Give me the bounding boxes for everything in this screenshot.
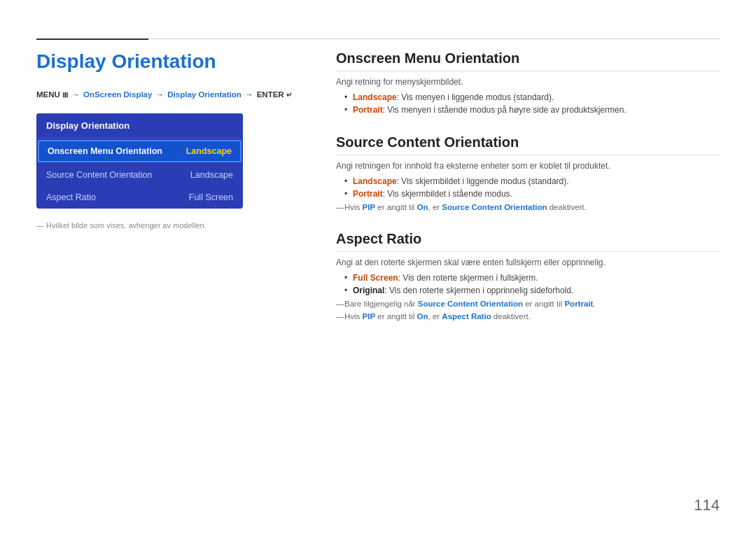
note-on-1: On <box>417 203 428 211</box>
section-desc-onscreen: Angi retning for menyskjermbildet. <box>336 77 720 87</box>
widget-footnote: ― Hvilket bilde som vises, avhenger av m… <box>36 221 302 230</box>
note-ar: Aspect Ratio <box>442 312 491 321</box>
bullet-list-aspect: Full Screen: Vis den roterte skjermen i … <box>336 273 720 295</box>
widget-row-aspect[interactable]: Aspect Ratio Full Screen <box>36 186 243 209</box>
label-portrait-1: Portrait <box>353 105 383 115</box>
section-title-source: Source Content Orientation <box>336 134 720 155</box>
note-on-2: On <box>417 312 428 321</box>
section-desc-aspect: Angi at den roterte skjermen skal være e… <box>336 258 720 267</box>
text-landscape-2: : Vis skjermbildet i liggende modus (sta… <box>397 176 569 186</box>
section-title-onscreen: Onscreen Menu Orientation <box>336 50 720 71</box>
section-title-aspect: Aspect Ratio <box>336 231 720 252</box>
display-orientation-widget: Display Orientation Onscreen Menu Orient… <box>36 113 243 209</box>
note-source-pip: Hvis PIP er angitt til On, er Source Con… <box>336 203 720 211</box>
page-number: 114 <box>694 496 720 514</box>
text-portrait-2: : Vis skjermbildet i stående modus. <box>383 189 512 199</box>
section-desc-source: Angi retningen for innhold fra eksterne … <box>336 161 720 171</box>
text-fullscreen: : Vis den roterte skjermen i fullskjerm. <box>398 273 538 283</box>
left-column: Display Orientation MENU ⊞ → OnScreen Di… <box>36 50 302 230</box>
bullet-onscreen-portrait: Portrait: Vis menyen i stående modus på … <box>344 105 720 115</box>
breadcrumb-link-1: OnScreen Display <box>83 90 152 99</box>
section-source-content: Source Content Orientation Angi retninge… <box>336 134 720 211</box>
label-landscape-1: Landscape <box>353 92 397 102</box>
bullet-onscreen-landscape: Landscape: Vis menyen i liggende modus (… <box>344 92 720 102</box>
bullet-list-onscreen: Landscape: Vis menyen i liggende modus (… <box>336 92 720 115</box>
section-onscreen-menu: Onscreen Menu Orientation Angi retning f… <box>336 50 720 115</box>
arrow-1: → <box>71 90 82 99</box>
right-column: Onscreen Menu Orientation Angi retning f… <box>336 50 720 340</box>
page-title: Display Orientation <box>36 50 302 73</box>
note-pip-2: PIP <box>363 312 376 321</box>
label-portrait-2: Portrait <box>353 189 383 199</box>
note-portrait: Portrait <box>564 300 593 308</box>
arrow-3: → <box>245 90 255 99</box>
menu-label: MENU ⊞ <box>36 90 68 99</box>
row-value-onscreen: Landscape <box>186 146 232 156</box>
widget-row-onscreen[interactable]: Onscreen Menu Orientation Landscape <box>38 140 241 162</box>
row-label-onscreen: Onscreen Menu Orientation <box>48 146 162 156</box>
widget-row-source[interactable]: Source Content Orientation Landscape <box>36 164 243 186</box>
label-original: Original <box>353 286 384 295</box>
bullet-source-landscape: Landscape: Vis skjermbildet i liggende m… <box>344 176 720 186</box>
bullet-list-source: Landscape: Vis skjermbildet i liggende m… <box>336 176 720 199</box>
note-sco-2: Source Content Orientation <box>418 300 523 308</box>
row-label-source: Source Content Orientation <box>46 170 152 180</box>
widget-title: Display Orientation <box>36 113 243 139</box>
note-pip-1: PIP <box>363 203 376 211</box>
label-landscape-2: Landscape <box>353 176 397 186</box>
bullet-source-portrait: Portrait: Vis skjermbildet i stående mod… <box>344 189 720 199</box>
row-label-aspect: Aspect Ratio <box>46 192 96 202</box>
breadcrumb-enter: ENTER ↵ <box>257 90 292 99</box>
text-portrait-1: : Vis menyen i stående modus på høyre si… <box>383 105 626 115</box>
row-value-aspect: Full Screen <box>189 192 233 202</box>
note-aspect-pip: Hvis PIP er angitt til On, er Aspect Rat… <box>336 312 720 321</box>
top-accent-line <box>36 38 148 40</box>
label-fullscreen: Full Screen <box>353 273 398 283</box>
bullet-aspect-fullscreen: Full Screen: Vis den roterte skjermen i … <box>344 273 720 283</box>
row-value-source: Landscape <box>190 170 233 180</box>
note-sco: Source Content Orientation <box>442 203 547 211</box>
text-original: : Vis den roterte skjermen i opprinnelig… <box>384 286 573 295</box>
arrow-2: → <box>156 90 167 99</box>
note-aspect-portrait: Bare tilgjengelig når Source Content Ori… <box>336 300 720 308</box>
bullet-aspect-original: Original: Vis den roterte skjermen i opp… <box>344 286 720 295</box>
text-landscape-1: : Vis menyen i liggende modus (standard)… <box>397 92 554 102</box>
breadcrumb-link-2: Display Orientation <box>167 90 241 99</box>
section-aspect-ratio: Aspect Ratio Angi at den roterte skjerme… <box>336 231 720 321</box>
breadcrumb: MENU ⊞ → OnScreen Display → Display Orie… <box>36 88 302 101</box>
